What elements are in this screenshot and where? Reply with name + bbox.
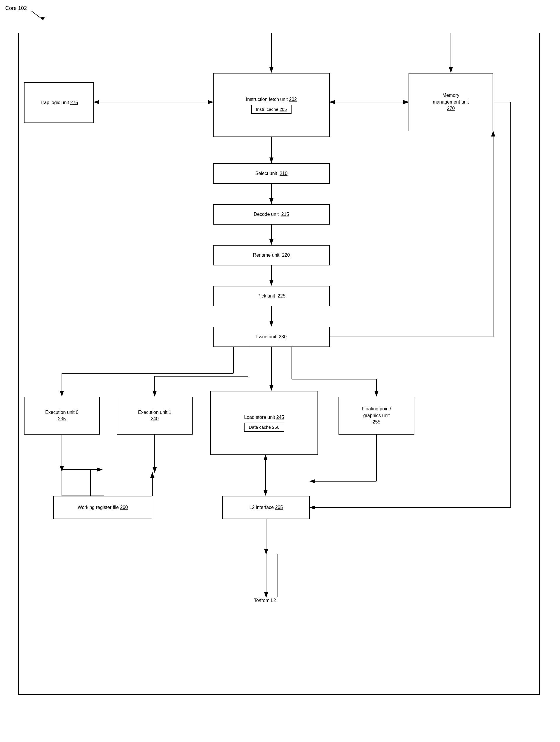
l2-interface-label: L2 interface 265 — [250, 504, 283, 511]
exec0-label: Execution unit 0235 — [45, 409, 79, 422]
working-register-file: Working register file 260 — [53, 496, 152, 519]
floating-point-label: Floating point/graphics unit255 — [362, 406, 391, 425]
core-label: Core 102 — [5, 5, 27, 11]
pick-label: Pick unit 225 — [257, 293, 286, 299]
rename-unit: Rename unit 220 — [213, 245, 330, 265]
memory-management-unit: Memorymanagement unit270 — [409, 73, 493, 131]
memory-management-label: Memorymanagement unit270 — [433, 92, 469, 112]
trap-logic-unit: Trap logic unit 275 — [24, 82, 94, 123]
instr-cache-box: Instr. cache 205 — [251, 105, 292, 114]
pick-unit: Pick unit 225 — [213, 286, 330, 306]
core-arrow — [0, 0, 58, 23]
svg-line-0 — [32, 11, 43, 20]
instruction-fetch-label: Instruction fetch unit 202 — [246, 96, 297, 103]
decode-label: Decode unit 215 — [254, 211, 289, 218]
working-register-label: Working register file 260 — [78, 504, 128, 511]
decode-unit: Decode unit 215 — [213, 204, 330, 225]
floating-point-unit: Floating point/graphics unit255 — [339, 397, 414, 435]
trap-logic-label: Trap logic unit 275 — [40, 99, 78, 106]
data-cache-box: Data cache 250 — [244, 423, 284, 432]
issue-label: Issue unit 230 — [256, 334, 287, 340]
select-unit: Select unit 210 — [213, 163, 330, 184]
issue-unit: Issue unit 230 — [213, 327, 330, 347]
load-store-label: Load store unit 245 — [244, 414, 284, 421]
exec1-label: Execution unit 1240 — [138, 409, 171, 422]
l2-interface: L2 interface 265 — [222, 496, 310, 519]
exec-unit-0: Execution unit 0235 — [24, 397, 100, 435]
exec-unit-1: Execution unit 1240 — [117, 397, 193, 435]
instruction-fetch-unit: Instruction fetch unit 202 Instr. cache … — [213, 73, 330, 137]
load-store-unit: Load store unit 245 Data cache 250 — [210, 391, 318, 455]
rename-label: Rename unit 220 — [253, 252, 290, 258]
to-from-l2-label: To/from L2 — [254, 598, 276, 603]
svg-marker-1 — [41, 17, 45, 20]
select-label: Select unit 210 — [255, 170, 288, 177]
diagram-container: Core 102 Trap logic unit 275 Instruction… — [0, 0, 560, 742]
